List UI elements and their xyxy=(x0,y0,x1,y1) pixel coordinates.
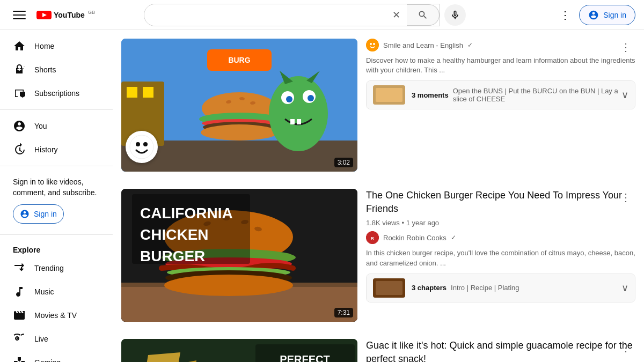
svg-rect-9 xyxy=(127,87,137,98)
chapters-count-2: 3 chapters xyxy=(412,284,447,292)
subscriptions-icon xyxy=(13,87,26,100)
sidebar-item-gaming[interactable]: Gaming xyxy=(0,351,113,362)
sidebar-item-shorts[interactable]: Shorts xyxy=(0,58,113,82)
music-icon xyxy=(13,285,26,298)
svg-text:PERFECT: PERFECT xyxy=(280,353,330,362)
svg-text:CALIFORNIA: CALIFORNIA xyxy=(140,205,233,221)
video-duration-2: 7:31 xyxy=(334,308,353,317)
chapters-header-1[interactable]: 3 moments Open the BUNS | Put the BURCU … xyxy=(367,81,635,109)
svg-rect-58 xyxy=(376,281,402,295)
svg-text:YouTube: YouTube xyxy=(54,11,85,19)
video-time-2: 1 year ago xyxy=(406,219,439,227)
sidebar-item-movies[interactable]: Movies & TV xyxy=(0,304,113,327)
history-icon xyxy=(13,143,26,156)
video-thumbnail-1[interactable]: BURG xyxy=(121,39,357,172)
chapters-expand-icon-1[interactable]: ∨ xyxy=(621,89,628,101)
video-duration-1: 3:02 xyxy=(334,158,353,167)
sidebar-subscriptions-label: Subscriptions xyxy=(34,89,79,98)
header: YouTube GB burger recipe ✕ ⋮ Sig xyxy=(0,0,644,30)
header-right: ⋮ Sign in xyxy=(555,4,635,26)
sidebar-history-label: History xyxy=(34,145,58,154)
sidebar-gaming-label: Gaming xyxy=(34,358,61,362)
sidebar-item-trending[interactable]: Trending xyxy=(0,256,113,280)
search-clear-button[interactable]: ✕ xyxy=(386,4,407,26)
channel-avatar-1 xyxy=(366,39,379,51)
sidebar-divider-2 xyxy=(0,166,113,166)
sidebar-movies-label: Movies & TV xyxy=(34,311,77,320)
chapters-header-2[interactable]: 3 chapters Intro | Recipe | Plating ∨ xyxy=(367,274,635,302)
video-info-3: ⋮ Guac it like it's hot: Quick and simpl… xyxy=(366,339,635,362)
video-desc-1: Discover how to make a healthy hamburger… xyxy=(366,56,635,75)
video-more-options-3[interactable]: ⋮ xyxy=(616,339,635,356)
search-box: burger recipe ✕ xyxy=(144,4,440,26)
sign-in-section: Sign in to like videos, comment, and sub… xyxy=(0,171,113,230)
menu-button[interactable] xyxy=(9,4,30,26)
sidebar-home-label: Home xyxy=(34,42,54,50)
video-more-options-2[interactable]: ⋮ xyxy=(616,189,635,206)
sidebar-item-subscriptions[interactable]: Subscriptions xyxy=(0,82,113,105)
youtube-logo[interactable]: YouTube GB xyxy=(36,10,95,20)
verified-icon-1: ✓ xyxy=(467,41,473,49)
shorts-icon xyxy=(13,63,26,76)
svg-point-35 xyxy=(373,43,375,45)
search-results: BURG xyxy=(113,30,644,362)
sidebar-item-you[interactable]: You xyxy=(0,114,113,138)
svg-text:CHICKEN: CHICKEN xyxy=(140,226,209,243)
live-icon xyxy=(13,333,26,345)
video-thumbnail-3[interactable]: PERFECT GUACAMOLE! xyxy=(121,339,357,362)
video-title-3[interactable]: Guac it like it's hot: Quick and simple … xyxy=(366,339,635,362)
video-thumbnail-2[interactable]: CALIFORNIA CHICKEN BURGER 7:31 xyxy=(121,189,357,322)
svg-rect-27 xyxy=(297,119,301,124)
svg-point-24 xyxy=(286,96,292,102)
sidebar-live-label: Live xyxy=(34,335,48,343)
sidebar-you-label: You xyxy=(34,122,47,130)
more-options-header-button[interactable]: ⋮ xyxy=(555,4,575,26)
sign-in-button[interactable]: Sign in xyxy=(579,5,635,25)
voice-search-button[interactable] xyxy=(444,4,466,26)
svg-text:BURG: BURG xyxy=(228,56,250,64)
svg-point-31 xyxy=(136,142,140,146)
video-title-2[interactable]: The One Chicken Burger Recipe You Need T… xyxy=(366,189,635,216)
sidebar-item-music[interactable]: Music xyxy=(0,280,113,304)
video-desc-2: In this chicken burger recipe, you'll lo… xyxy=(366,248,635,268)
sidebar-item-home[interactable]: Home xyxy=(0,34,113,58)
chapters-row-1: 3 moments Open the BUNS | Put the BURCU … xyxy=(366,80,635,109)
chapter-thumb-1 xyxy=(373,85,405,105)
svg-point-34 xyxy=(370,43,372,45)
explore-section-label: Explore xyxy=(0,239,113,256)
movies-icon xyxy=(13,309,26,322)
trending-icon xyxy=(13,262,26,275)
region-badge: GB xyxy=(88,10,95,15)
chapters-text-2: Intro | Recipe | Plating xyxy=(451,284,621,292)
channel-name-1[interactable]: Smile and Learn - English xyxy=(383,41,463,49)
chapter-thumb-2 xyxy=(373,278,405,298)
sidebar: Home Shorts Subscriptions You History xyxy=(0,30,113,362)
svg-rect-37 xyxy=(376,88,402,102)
sidebar-item-live[interactable]: Live xyxy=(0,327,113,351)
sidebar-music-label: Music xyxy=(34,287,54,296)
sign-in-prompt-text: Sign in to like videos, comment, and sub… xyxy=(13,177,100,198)
chapters-count-1: 3 moments xyxy=(412,91,449,99)
sidebar-item-history[interactable]: History xyxy=(0,138,113,161)
gaming-icon xyxy=(13,356,26,362)
chapters-expand-icon-2[interactable]: ∨ xyxy=(621,282,628,294)
channel-avatar-2: R xyxy=(366,231,379,244)
channel-row-1: Smile and Learn - English ✓ xyxy=(366,39,635,51)
chapters-text-1: Open the BUNS | Put the BURCU on the BUN… xyxy=(453,87,621,103)
channel-name-2[interactable]: Rockin Robin Cooks xyxy=(383,234,447,242)
svg-point-30 xyxy=(130,135,153,159)
main-layout: Home Shorts Subscriptions You History xyxy=(0,30,644,362)
sidebar-sign-in-button[interactable]: Sign in xyxy=(13,204,64,224)
search-submit-button[interactable] xyxy=(407,4,440,26)
video-item: BURG xyxy=(113,30,644,180)
svg-rect-1 xyxy=(13,14,26,16)
video-item-3: PERFECT GUACAMOLE! ⋮ Guac it like it's h… xyxy=(113,330,644,362)
video-info-2: ⋮ The One Chicken Burger Recipe You Need… xyxy=(366,189,635,322)
video-views-2: 1.8K views xyxy=(366,219,400,227)
search-input[interactable]: burger recipe xyxy=(144,4,386,26)
svg-point-21 xyxy=(269,76,328,151)
sidebar-trending-label: Trending xyxy=(34,264,64,272)
video-meta-2: 1.8K views • 1 year ago xyxy=(366,219,635,227)
video-more-options-1[interactable]: ⋮ xyxy=(616,39,635,56)
you-icon xyxy=(13,120,26,132)
